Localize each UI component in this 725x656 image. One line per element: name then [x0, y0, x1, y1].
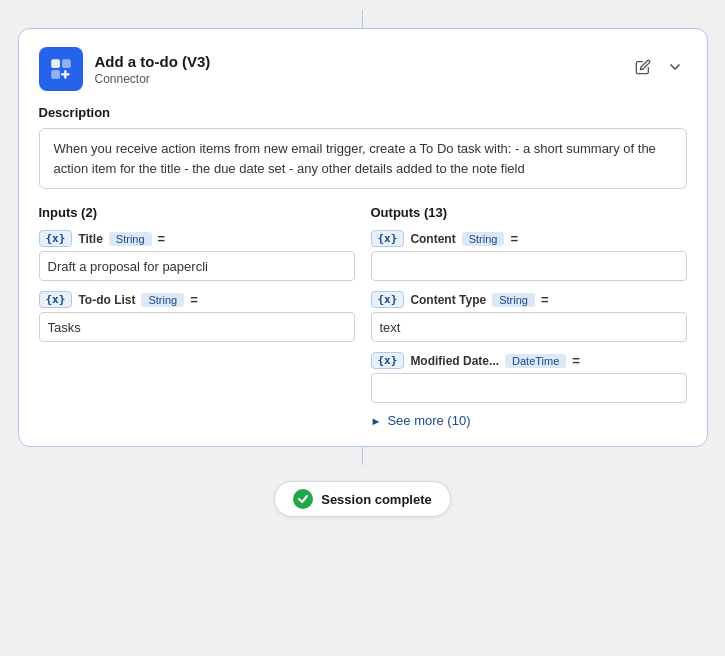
action-card: Add a to-do (V3) Connector Description W… — [18, 28, 708, 447]
input-title-field[interactable] — [39, 251, 355, 281]
output-content-eq: = — [510, 231, 518, 246]
description-label: Description — [39, 105, 687, 120]
card-header: Add a to-do (V3) Connector — [39, 47, 687, 91]
session-badge: Session complete — [274, 481, 451, 517]
outputs-title: Outputs (13) — [371, 205, 687, 220]
card-subtitle: Connector — [95, 72, 211, 86]
io-row: Inputs (2) {x} Title String = {x} To-do … — [39, 205, 687, 428]
input-todolist-name: To-do List — [78, 293, 135, 307]
output-modifieddate-type: DateTime — [505, 354, 566, 368]
output-contenttype-name: Content Type — [410, 293, 486, 307]
input-todolist-type: String — [141, 293, 184, 307]
collapse-button[interactable] — [663, 57, 687, 82]
output-field-modifieddate: {x} Modified Date... DateTime = — [371, 352, 687, 403]
inputs-section: Inputs (2) {x} Title String = {x} To-do … — [39, 205, 355, 428]
output-contenttype-label-row: {x} Content Type String = — [371, 291, 687, 308]
card-title-group: Add a to-do (V3) Connector — [95, 52, 211, 87]
input-field-todolist: {x} To-do List String = — [39, 291, 355, 342]
output-content-label-row: {x} Content String = — [371, 230, 687, 247]
card-title: Add a to-do (V3) — [95, 52, 211, 72]
output-contenttype-type: String — [492, 293, 535, 307]
header-actions — [631, 57, 687, 82]
svg-rect-0 — [51, 59, 60, 68]
output-modifieddate-name: Modified Date... — [410, 354, 499, 368]
input-title-label-row: {x} Title String = — [39, 230, 355, 247]
output-content-type: String — [462, 232, 505, 246]
output-contenttype-badge: {x} — [371, 291, 405, 308]
output-content-badge: {x} — [371, 230, 405, 247]
output-content-field[interactable] — [371, 251, 687, 281]
output-field-contenttype: {x} Content Type String = — [371, 291, 687, 342]
output-contenttype-field[interactable] — [371, 312, 687, 342]
connector-line-top — [362, 10, 363, 28]
connector-icon — [39, 47, 83, 91]
input-todolist-badge: {x} — [39, 291, 73, 308]
edit-button[interactable] — [631, 57, 655, 82]
see-more-row[interactable]: ► See more (10) — [371, 413, 687, 428]
connector-line-bottom — [362, 447, 363, 465]
see-more-label: See more (10) — [387, 413, 470, 428]
input-todolist-eq: = — [190, 292, 198, 307]
output-modifieddate-field[interactable] — [371, 373, 687, 403]
card-header-left: Add a to-do (V3) Connector — [39, 47, 211, 91]
input-title-eq: = — [158, 231, 166, 246]
description-text: When you receive action items from new e… — [39, 128, 687, 189]
input-title-name: Title — [78, 232, 102, 246]
input-title-badge: {x} — [39, 230, 73, 247]
session-complete-bar: Session complete — [274, 481, 451, 517]
output-contenttype-eq: = — [541, 292, 549, 307]
output-field-content: {x} Content String = — [371, 230, 687, 281]
input-todolist-field[interactable] — [39, 312, 355, 342]
see-more-chevron-icon: ► — [371, 415, 382, 427]
check-circle-icon — [293, 489, 313, 509]
session-complete-label: Session complete — [321, 492, 432, 507]
inputs-title: Inputs (2) — [39, 205, 355, 220]
input-title-type: String — [109, 232, 152, 246]
svg-rect-1 — [62, 59, 71, 68]
output-content-name: Content — [410, 232, 455, 246]
svg-rect-2 — [51, 70, 60, 79]
input-field-title: {x} Title String = — [39, 230, 355, 281]
outputs-section: Outputs (13) {x} Content String = {x} Co… — [371, 205, 687, 428]
output-modifieddate-eq: = — [572, 353, 580, 368]
output-modifieddate-badge: {x} — [371, 352, 405, 369]
output-modifieddate-label-row: {x} Modified Date... DateTime = — [371, 352, 687, 369]
input-todolist-label-row: {x} To-do List String = — [39, 291, 355, 308]
